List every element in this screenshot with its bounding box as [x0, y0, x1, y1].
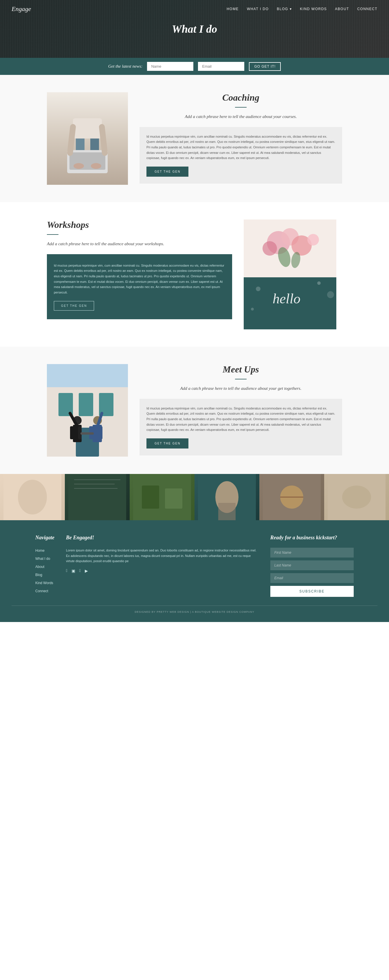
- coaching-catchphrase: Add a catch phrase here to tell the audi…: [140, 113, 342, 120]
- workshops-catchphrase: Add a catch phrase here to tell the audi…: [47, 240, 232, 247]
- news-bar-email-input[interactable]: [198, 62, 244, 71]
- workshops-divider: [47, 234, 59, 235]
- footer-navigate-col: Navigate Home What I do About Blog Kind …: [35, 535, 54, 597]
- svg-text:hello: hello: [273, 291, 300, 306]
- strip-photo-4: [194, 474, 259, 520]
- svg-rect-36: [99, 426, 102, 439]
- svg-point-22: [251, 308, 254, 310]
- footer-engaged-body: Lorem ipsum dolor sit amet, doming tinci…: [66, 548, 259, 564]
- strip-photo-5: [259, 474, 324, 520]
- news-bar-submit-button[interactable]: Go get it!: [249, 62, 281, 71]
- svg-point-14: [308, 234, 319, 245]
- footer-kickstart-heading: Ready for a business kickstart?: [270, 535, 354, 541]
- svg-point-56: [342, 485, 371, 509]
- footer-lastname-input[interactable]: [270, 560, 354, 570]
- meetups-catchphrase: Add a catch phrase here to tell the audi…: [140, 385, 342, 392]
- footer-subscribe-button[interactable]: SUBSCRIBE: [270, 586, 354, 597]
- nav-what-i-do[interactable]: WHAT I DO: [247, 7, 269, 11]
- strip-photo-3: [130, 474, 194, 520]
- coaching-body-text: Id mucius perpetua reprimique vim, cum a…: [147, 134, 335, 161]
- svg-point-8: [91, 163, 101, 169]
- coaching-content: Coaching Add a catch phrase here to tell…: [140, 92, 342, 184]
- svg-rect-31: [70, 426, 73, 439]
- pinterest-icon[interactable]: : [79, 568, 81, 573]
- navigation: Engage HOME WHAT I DO BLOG KIND WORDS AB…: [0, 0, 389, 18]
- workshops-left: Workshops Add a catch phrase here to tel…: [47, 220, 244, 329]
- meetups-section: Meet Ups Add a catch phrase here to tell…: [0, 347, 389, 474]
- meetups-image: [47, 364, 128, 457]
- strip-photo-1: [0, 474, 65, 520]
- meetups-content-box: Id mucius perpetua reprimique vim, cum a…: [140, 399, 342, 455]
- footer-nav-what-i-do[interactable]: What I do: [35, 556, 54, 561]
- nav-links: HOME WHAT I DO BLOG KIND WORDS ABOUT CON…: [226, 7, 378, 11]
- meetups-divider: [235, 379, 247, 379]
- coaching-content-box: Id mucius perpetua reprimique vim, cum a…: [140, 127, 342, 184]
- svg-rect-26: [79, 393, 93, 416]
- svg-point-12: [263, 241, 277, 256]
- workshops-image: hello: [244, 220, 336, 329]
- footer-firstname-input[interactable]: [270, 548, 354, 557]
- svg-rect-51: [218, 503, 236, 520]
- svg-point-41: [18, 480, 47, 514]
- instagram-icon[interactable]: ▣: [72, 568, 75, 573]
- coaching-divider: [235, 107, 247, 108]
- meetups-content: Meet Ups Add a catch phrase here to tell…: [140, 364, 342, 455]
- meetups-cta-button[interactable]: GET THE GEN: [147, 438, 188, 449]
- news-bar-name-input[interactable]: [147, 62, 193, 71]
- svg-rect-48: [165, 488, 182, 509]
- svg-rect-42: [68, 474, 126, 520]
- footer-email-input[interactable]: [270, 573, 354, 583]
- footer-navigate-heading: Navigate: [35, 535, 54, 541]
- coaching-title: Coaching: [140, 92, 342, 103]
- workshops-cta-button[interactable]: GET THE GEN: [54, 301, 94, 310]
- footer-kickstart-col: Ready for a business kickstart? SUBSCRIB…: [270, 535, 354, 597]
- footer-nav-blog[interactable]: Blog: [35, 572, 54, 577]
- nav-home[interactable]: HOME: [226, 7, 239, 11]
- workshops-section: Workshops Add a catch phrase here to tel…: [0, 202, 389, 347]
- nav-connect[interactable]: CONNECT: [357, 7, 378, 11]
- meetups-body-text: Id mucius perpetua reprimique vim, cum a…: [147, 406, 335, 433]
- footer-nav-home[interactable]: Home: [35, 548, 54, 553]
- coaching-cta-button[interactable]: GET THE GEN: [147, 167, 188, 177]
- hero-title: What I do: [172, 22, 217, 35]
- svg-rect-47: [142, 485, 159, 509]
- strip-photo-2: [65, 474, 130, 520]
- footer-engaged-col: Be Engaged! Lorem ipsum dolor sit amet, …: [66, 535, 259, 597]
- photo-strip: [0, 474, 389, 520]
- svg-point-19: [256, 286, 260, 291]
- workshops-content-box: Id mucius perpetua reprimique vim, cum a…: [47, 254, 232, 319]
- svg-point-7: [73, 163, 84, 169]
- nav-kind-words[interactable]: KIND WORDS: [300, 7, 327, 11]
- footer-engaged-heading: Be Engaged!: [66, 535, 259, 541]
- coaching-image: [47, 92, 128, 185]
- svg-line-5: [70, 127, 73, 153]
- workshops-illustration: hello: [244, 220, 336, 329]
- footer-credit: DESIGNED BY PRETTY WEB DESIGN | A BOUTIQ…: [11, 611, 378, 613]
- coaching-illustration: [59, 101, 116, 176]
- nav-logo[interactable]: Engage: [11, 5, 31, 13]
- workshops-image-col: hello: [244, 220, 342, 329]
- footer-social-links:  ▣  ▶: [66, 568, 259, 573]
- svg-rect-2: [73, 118, 102, 138]
- svg-point-21: [317, 282, 321, 285]
- news-bar: Get the latest news: Go get it!: [0, 58, 389, 75]
- footer-nav-connect[interactable]: Connect: [35, 588, 54, 593]
- svg-point-20: [327, 291, 334, 298]
- coaching-section: Coaching Add a catch phrase here to tell…: [0, 75, 389, 202]
- footer-navigate-list: Home What I do About Blog Kind Words Con…: [35, 548, 54, 593]
- nav-blog[interactable]: BLOG: [277, 7, 292, 11]
- youtube-icon[interactable]: ▶: [85, 568, 88, 573]
- nav-about[interactable]: ABOUT: [335, 7, 349, 11]
- news-bar-label: Get the latest news:: [108, 64, 143, 69]
- strip-photo-6: [324, 474, 389, 520]
- workshops-body-text: Id mucius perpetua reprimique vim, cum a…: [54, 263, 225, 295]
- footer: Navigate Home What I do About Blog Kind …: [0, 520, 389, 622]
- footer-nav-about[interactable]: About: [35, 564, 54, 569]
- svg-line-6: [102, 127, 105, 153]
- footer-nav-kind-words[interactable]: Kind Words: [35, 580, 54, 585]
- footer-bottom: DESIGNED BY PRETTY WEB DESIGN | A BOUTIQ…: [11, 606, 378, 613]
- meetups-illustration: [47, 364, 128, 457]
- facebook-icon[interactable]: : [66, 568, 67, 573]
- meetups-title: Meet Ups: [140, 364, 342, 375]
- footer-kickstart-form: SUBSCRIBE: [270, 548, 354, 597]
